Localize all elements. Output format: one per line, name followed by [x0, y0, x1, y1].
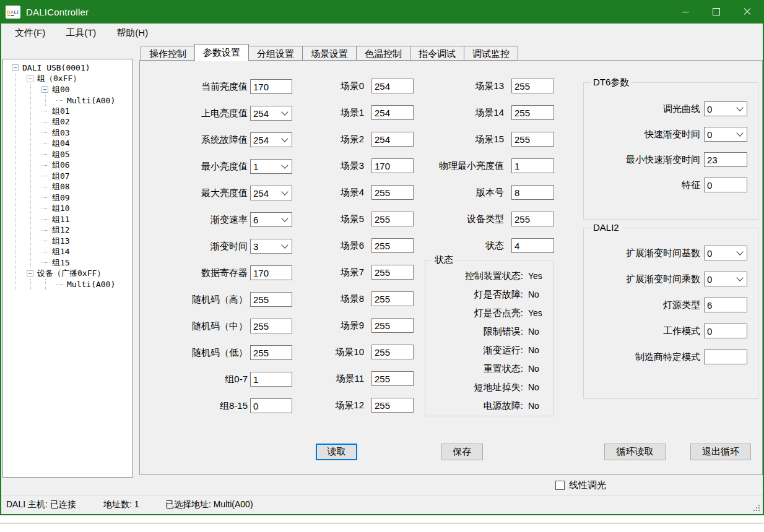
random-code-low-input[interactable] — [250, 345, 292, 360]
scene-7-input[interactable] — [371, 265, 414, 280]
tree-item[interactable]: Multi(A00) — [56, 279, 132, 290]
tab-command-debug[interactable]: 指令调试 — [410, 46, 464, 61]
scene-11-input[interactable] — [371, 371, 414, 386]
data-register-input[interactable] — [250, 265, 292, 280]
power-on-level-combobox[interactable]: 254 — [250, 106, 292, 121]
close-button[interactable] — [732, 0, 763, 24]
scene-15-input[interactable] — [511, 132, 554, 147]
random-code-high-input[interactable] — [250, 292, 292, 307]
tree-expandable-item[interactable]: DALI USB(0001) — [12, 62, 132, 74]
scene-8-input[interactable] — [371, 291, 414, 306]
tree-leader-icon — [41, 194, 48, 201]
tree-item[interactable]: 组12 — [41, 225, 132, 236]
tree-item[interactable]: 组14 — [41, 247, 132, 258]
tree-item[interactable]: 组03 — [41, 127, 132, 139]
scene-9-input[interactable] — [371, 318, 414, 333]
tree-item[interactable]: 组05 — [41, 149, 132, 160]
limit-error-value: No — [528, 327, 539, 337]
extended-fade-base-combobox[interactable]: 0 — [704, 246, 747, 260]
fade-rate-combobox[interactable]: 6 — [250, 212, 292, 227]
window-title: DALIController — [26, 7, 89, 17]
current-level-input[interactable] — [250, 79, 292, 94]
menu-help[interactable]: 帮助(H) — [115, 25, 149, 41]
min-fast-fade-time-input[interactable] — [704, 152, 747, 167]
scene-4-label: 场景4 — [313, 187, 364, 199]
random-code-mid-input[interactable] — [250, 319, 292, 333]
status-bar: DALI 主机: 已连接 地址数: 1 已选择地址: Multi(A00) — [1, 495, 763, 514]
scene-10-input[interactable] — [371, 345, 414, 359]
linear-dimming-checkbox[interactable] — [555, 481, 565, 490]
chevron-down-icon — [281, 241, 288, 248]
tree-children: Multi(A00) — [30, 279, 132, 290]
tree-item[interactable]: 组04 — [41, 139, 132, 150]
collapse-icon[interactable] — [41, 86, 48, 93]
tree-expandable-item[interactable]: 组00 — [41, 84, 132, 95]
tree-item[interactable]: 组07 — [41, 171, 132, 182]
exit-loop-button[interactable]: 退出循环 — [690, 444, 751, 460]
tab-group-settings[interactable]: 分组设置 — [248, 46, 303, 61]
lamp-failure-label: 灯是否故障: — [430, 289, 523, 301]
minimize-button[interactable] — [670, 0, 701, 24]
tree-expandable-item[interactable]: 组（0xFF） — [27, 74, 132, 85]
group-0-7-input[interactable] — [250, 372, 292, 387]
tab-debug-monitor[interactable]: 调试监控 — [464, 46, 518, 61]
power-failure-label: 电源故障: — [430, 400, 523, 412]
features-input[interactable] — [704, 178, 747, 192]
resize-grip[interactable] — [753, 505, 760, 511]
scene-8-row: 场景8 — [313, 291, 414, 306]
scene-12-input[interactable] — [371, 398, 414, 413]
save-button[interactable]: 保存 — [441, 444, 483, 460]
dimming-curve-combobox[interactable]: 0 — [704, 101, 747, 116]
collapse-icon[interactable] — [27, 270, 33, 277]
tab-color-temp-control[interactable]: 色温控制 — [356, 46, 410, 61]
tab-parameter-settings[interactable]: 参数设置 — [194, 44, 249, 61]
read-button[interactable]: 读取 — [316, 444, 357, 460]
scene-13-input[interactable] — [511, 79, 554, 93]
max-level-combobox[interactable]: 254 — [250, 186, 292, 200]
group-8-15-input[interactable] — [250, 398, 292, 413]
menu-tools[interactable]: 工具(T) — [64, 25, 97, 41]
collapse-icon[interactable] — [12, 64, 19, 71]
tree-item[interactable]: 组13 — [41, 236, 132, 247]
scene-5-row: 场景5 — [313, 212, 414, 226]
tree-item[interactable]: 组06 — [41, 160, 132, 171]
physical-min-level-input[interactable] — [511, 158, 554, 173]
tab-scene-settings[interactable]: 场景设置 — [302, 46, 357, 61]
menu-file[interactable]: 文件(F) — [14, 25, 46, 41]
fast-fade-time-value: 0 — [707, 129, 712, 140]
tree-item[interactable]: 组02 — [41, 117, 132, 128]
extended-fade-multiplier-combobox[interactable]: 0 — [704, 272, 747, 286]
control-gear-status-row: 控制装置状态:Yes — [430, 269, 550, 283]
fast-fade-time-combobox[interactable]: 0 — [704, 127, 747, 142]
light-source-type-input[interactable] — [704, 298, 747, 312]
tab-operation-control[interactable]: 操作控制 — [141, 46, 195, 61]
version-number-input[interactable] — [511, 185, 554, 200]
status-items: 控制装置状态:Yes灯是否故障:No灯是否点亮:Yes限制错误:No渐变运行:N… — [430, 269, 550, 413]
lamp-on-row: 灯是否点亮:Yes — [430, 306, 550, 320]
tree-item[interactable]: 组10 — [41, 204, 132, 215]
device-type-input[interactable] — [511, 212, 554, 226]
min-level-combobox[interactable]: 1 — [250, 159, 292, 174]
lamp-failure-row: 灯是否故障:No — [430, 288, 550, 301]
min-level-label: 最小亮度值 — [140, 161, 248, 173]
operating-mode-input[interactable] — [704, 324, 747, 338]
system-failure-level-combobox[interactable]: 254 — [250, 132, 292, 147]
tree-leader-icon — [41, 129, 48, 136]
tree-item[interactable]: 组09 — [41, 192, 132, 204]
tree-item[interactable]: 组08 — [41, 182, 132, 193]
manufacturer-specific-mode-input[interactable] — [704, 350, 747, 364]
tree-item[interactable]: 组11 — [41, 214, 132, 225]
scene-9-label: 场景9 — [313, 320, 364, 332]
tree-item[interactable]: 组01 — [41, 106, 132, 117]
scene-14-input[interactable] — [511, 105, 554, 120]
operating-mode-label: 工作模式 — [589, 325, 700, 337]
lamp-failure-value: No — [528, 290, 539, 299]
tree-item[interactable]: 组15 — [41, 257, 132, 268]
collapse-icon[interactable] — [27, 75, 33, 82]
status-value-input[interactable] — [511, 238, 554, 253]
fade-time-combobox[interactable]: 3 — [250, 239, 292, 254]
tree-item[interactable]: Multi(A00) — [56, 95, 132, 106]
loop-read-button[interactable]: 循环读取 — [604, 444, 666, 460]
maximize-button[interactable] — [701, 0, 732, 24]
tree-expandable-item[interactable]: 设备（广播0xFF） — [27, 268, 132, 280]
